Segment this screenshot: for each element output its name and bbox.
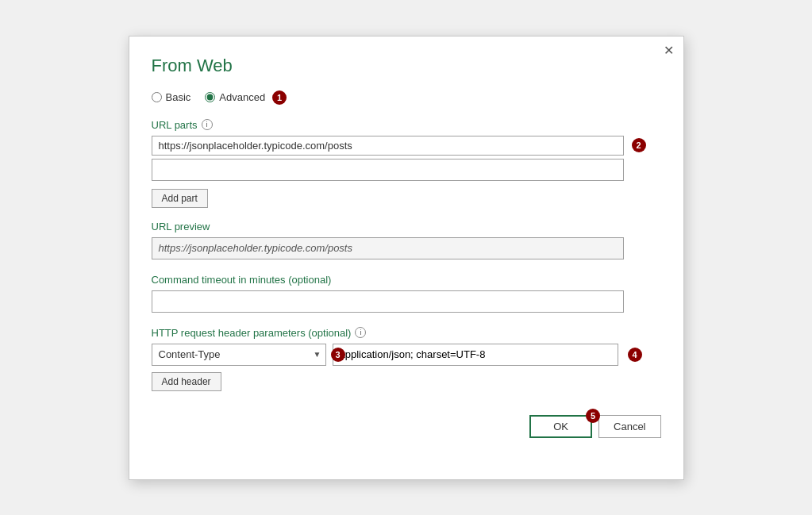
cancel-button[interactable]: Cancel xyxy=(598,415,660,438)
url-input-1-badge: 2 xyxy=(632,138,646,152)
header-select-badge: 3 xyxy=(331,348,345,362)
basic-radio[interactable] xyxy=(152,92,162,102)
url-input-row-1: 2 xyxy=(152,136,661,156)
advanced-badge: 1 xyxy=(272,90,287,105)
basic-label: Basic xyxy=(166,91,191,103)
timeout-label: Command timeout in minutes (optional) xyxy=(152,274,661,286)
header-value-input[interactable] xyxy=(333,344,618,366)
dialog-footer: OK 5 Cancel xyxy=(152,415,661,438)
title-bar: From Web ✕ xyxy=(152,56,661,76)
ok-button[interactable]: OK xyxy=(529,415,592,438)
url-parts-label: URL parts i xyxy=(152,119,661,131)
from-web-dialog: From Web ✕ Basic Advanced 1 URL parts i … xyxy=(129,36,684,480)
header-select-wrapper: Content-TypeAcceptAuthorizationCache-Con… xyxy=(152,344,326,366)
url-preview-box: https://jsonplaceholder.typicode.com/pos… xyxy=(152,237,624,259)
add-part-button[interactable]: Add part xyxy=(152,189,208,208)
http-header-row: Content-TypeAcceptAuthorizationCache-Con… xyxy=(152,344,661,366)
ok-wrapper: OK 5 xyxy=(529,415,592,438)
url-preview-section: URL preview https://jsonplaceholder.typi… xyxy=(152,221,661,259)
dialog-title: From Web xyxy=(152,56,233,76)
url-preview-label: URL preview xyxy=(152,221,661,233)
url-input-2[interactable] xyxy=(152,159,624,181)
http-header-label: HTTP request header parameters (optional… xyxy=(152,327,661,339)
header-value-badge: 4 xyxy=(628,348,642,362)
header-type-select[interactable]: Content-TypeAcceptAuthorizationCache-Con… xyxy=(152,344,326,366)
advanced-radio[interactable] xyxy=(205,92,215,102)
url-parts-section: URL parts i 2 Add part xyxy=(152,119,661,208)
url-preview-value: https://jsonplaceholder.typicode.com/pos… xyxy=(159,242,353,254)
add-header-button[interactable]: Add header xyxy=(152,372,221,391)
timeout-section: Command timeout in minutes (optional) xyxy=(152,274,661,313)
advanced-radio-item[interactable]: Advanced 1 xyxy=(205,90,287,105)
basic-radio-item[interactable]: Basic xyxy=(152,91,191,103)
http-header-info-icon: i xyxy=(355,327,366,338)
mode-radio-group: Basic Advanced 1 xyxy=(152,90,661,105)
url-parts-info-icon: i xyxy=(202,119,213,130)
timeout-input[interactable] xyxy=(152,290,624,313)
close-button[interactable]: ✕ xyxy=(664,44,674,57)
url-input-1[interactable] xyxy=(152,136,624,156)
advanced-label: Advanced xyxy=(219,91,265,103)
http-header-section: HTTP request header parameters (optional… xyxy=(152,327,661,391)
ok-badge: 5 xyxy=(586,409,600,423)
